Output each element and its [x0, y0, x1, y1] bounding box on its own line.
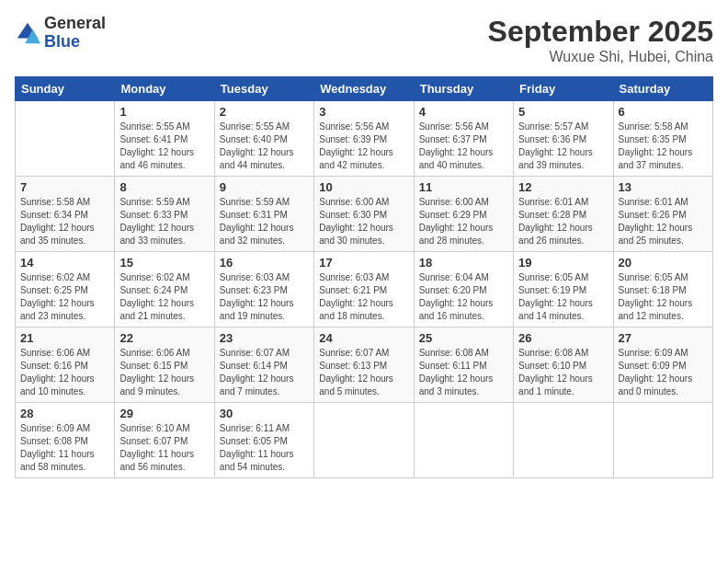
calendar-header-row: SundayMondayTuesdayWednesdayThursdayFrid… — [16, 77, 713, 101]
day-info: Sunrise: 6:09 AM Sunset: 6:08 PM Dayligh… — [20, 422, 109, 474]
day-info: Sunrise: 6:06 AM Sunset: 6:16 PM Dayligh… — [20, 347, 109, 398]
day-info: Sunrise: 6:08 AM Sunset: 6:10 PM Dayligh… — [518, 347, 608, 398]
day-info: Sunrise: 6:08 AM Sunset: 6:11 PM Dayligh… — [419, 347, 508, 398]
day-number: 13 — [619, 180, 708, 194]
calendar-cell: 26Sunrise: 6:08 AM Sunset: 6:10 PM Dayli… — [514, 327, 613, 403]
day-info: Sunrise: 6:11 AM Sunset: 6:05 PM Dayligh… — [220, 422, 309, 474]
month-title: September 2025 — [488, 15, 713, 49]
day-info: Sunrise: 5:58 AM Sunset: 6:34 PM Dayligh… — [20, 196, 109, 247]
day-number: 23 — [220, 331, 309, 345]
logo: General Blue — [15, 15, 106, 52]
day-number: 22 — [119, 331, 209, 345]
day-info: Sunrise: 6:00 AM Sunset: 6:30 PM Dayligh… — [319, 196, 408, 247]
day-number: 3 — [319, 105, 408, 119]
day-number: 25 — [419, 331, 508, 345]
location-subtitle: Wuxue Shi, Hubei, China — [488, 49, 713, 65]
calendar-table: SundayMondayTuesdayWednesdayThursdayFrid… — [15, 76, 713, 478]
calendar-cell: 21Sunrise: 6:06 AM Sunset: 6:16 PM Dayli… — [16, 327, 115, 403]
day-info: Sunrise: 6:03 AM Sunset: 6:21 PM Dayligh… — [319, 271, 408, 323]
calendar-cell: 16Sunrise: 6:03 AM Sunset: 6:23 PM Dayli… — [214, 252, 313, 327]
calendar-cell: 30Sunrise: 6:11 AM Sunset: 6:05 PM Dayli… — [214, 403, 313, 478]
day-info: Sunrise: 5:55 AM Sunset: 6:40 PM Dayligh… — [220, 121, 309, 172]
day-number: 17 — [319, 256, 408, 270]
calendar-cell — [514, 403, 613, 478]
day-number: 9 — [220, 180, 309, 194]
day-info: Sunrise: 6:09 AM Sunset: 6:09 PM Dayligh… — [619, 347, 708, 398]
day-number: 5 — [518, 105, 608, 119]
calendar-cell: 14Sunrise: 6:02 AM Sunset: 6:25 PM Dayli… — [16, 252, 115, 327]
calendar-cell: 9Sunrise: 5:59 AM Sunset: 6:31 PM Daylig… — [214, 177, 313, 252]
day-number: 11 — [419, 180, 508, 194]
day-info: Sunrise: 6:04 AM Sunset: 6:20 PM Dayligh… — [419, 271, 508, 323]
logo-general-text: General — [44, 15, 106, 33]
day-number: 8 — [119, 180, 209, 194]
day-number: 20 — [619, 256, 708, 270]
day-number: 6 — [619, 105, 708, 119]
day-info: Sunrise: 6:05 AM Sunset: 6:18 PM Dayligh… — [619, 271, 708, 323]
calendar-cell: 7Sunrise: 5:58 AM Sunset: 6:34 PM Daylig… — [16, 177, 115, 252]
weekday-header-saturday: Saturday — [613, 77, 712, 101]
day-number: 24 — [319, 331, 408, 345]
day-info: Sunrise: 6:10 AM Sunset: 6:07 PM Dayligh… — [119, 422, 209, 474]
weekday-header-tuesday: Tuesday — [214, 77, 313, 101]
day-number: 27 — [619, 331, 708, 345]
day-info: Sunrise: 6:03 AM Sunset: 6:23 PM Dayligh… — [220, 271, 309, 323]
calendar-cell: 2Sunrise: 5:55 AM Sunset: 6:40 PM Daylig… — [214, 101, 313, 177]
day-number: 12 — [518, 180, 608, 194]
calendar-cell: 15Sunrise: 6:02 AM Sunset: 6:24 PM Dayli… — [115, 252, 214, 327]
calendar-cell: 22Sunrise: 6:06 AM Sunset: 6:15 PM Dayli… — [115, 327, 214, 403]
day-info: Sunrise: 5:55 AM Sunset: 6:41 PM Dayligh… — [119, 121, 209, 172]
calendar-cell: 10Sunrise: 6:00 AM Sunset: 6:30 PM Dayli… — [314, 177, 414, 252]
calendar-cell — [613, 403, 712, 478]
day-number: 15 — [119, 256, 209, 270]
calendar-cell: 25Sunrise: 6:08 AM Sunset: 6:11 PM Dayli… — [414, 327, 513, 403]
calendar-cell: 8Sunrise: 5:59 AM Sunset: 6:33 PM Daylig… — [115, 177, 214, 252]
day-info: Sunrise: 6:02 AM Sunset: 6:24 PM Dayligh… — [119, 271, 209, 323]
day-info: Sunrise: 6:00 AM Sunset: 6:29 PM Dayligh… — [419, 196, 508, 247]
weekday-header-sunday: Sunday — [16, 77, 115, 101]
calendar-cell: 5Sunrise: 5:57 AM Sunset: 6:36 PM Daylig… — [514, 101, 613, 177]
calendar-cell: 4Sunrise: 5:56 AM Sunset: 6:37 PM Daylig… — [414, 101, 513, 177]
calendar-cell: 12Sunrise: 6:01 AM Sunset: 6:28 PM Dayli… — [514, 177, 613, 252]
calendar-cell: 23Sunrise: 6:07 AM Sunset: 6:14 PM Dayli… — [214, 327, 313, 403]
day-number: 29 — [119, 407, 209, 420]
day-info: Sunrise: 6:07 AM Sunset: 6:13 PM Dayligh… — [319, 347, 408, 398]
day-number: 30 — [220, 407, 309, 420]
calendar-week-row: 21Sunrise: 6:06 AM Sunset: 6:16 PM Dayli… — [16, 327, 713, 403]
day-number: 2 — [220, 105, 309, 119]
day-number: 19 — [518, 256, 608, 270]
day-info: Sunrise: 6:01 AM Sunset: 6:26 PM Dayligh… — [619, 196, 708, 247]
calendar-cell: 13Sunrise: 6:01 AM Sunset: 6:26 PM Dayli… — [613, 177, 712, 252]
day-info: Sunrise: 5:58 AM Sunset: 6:35 PM Dayligh… — [619, 121, 708, 172]
day-info: Sunrise: 5:57 AM Sunset: 6:36 PM Dayligh… — [518, 121, 608, 172]
calendar-cell: 27Sunrise: 6:09 AM Sunset: 6:09 PM Dayli… — [613, 327, 712, 403]
calendar-cell — [314, 403, 414, 478]
calendar-cell — [16, 101, 115, 177]
calendar-cell: 11Sunrise: 6:00 AM Sunset: 6:29 PM Dayli… — [414, 177, 513, 252]
day-number: 16 — [220, 256, 309, 270]
calendar-cell: 20Sunrise: 6:05 AM Sunset: 6:18 PM Dayli… — [613, 252, 712, 327]
calendar-cell: 3Sunrise: 5:56 AM Sunset: 6:39 PM Daylig… — [314, 101, 414, 177]
calendar-cell — [414, 403, 513, 478]
weekday-header-wednesday: Wednesday — [314, 77, 414, 101]
day-number: 1 — [119, 105, 209, 119]
title-block: September 2025 Wuxue Shi, Hubei, China — [488, 15, 713, 65]
day-info: Sunrise: 6:01 AM Sunset: 6:28 PM Dayligh… — [518, 196, 608, 247]
weekday-header-friday: Friday — [514, 77, 613, 101]
calendar-week-row: 28Sunrise: 6:09 AM Sunset: 6:08 PM Dayli… — [16, 403, 713, 478]
calendar-cell: 29Sunrise: 6:10 AM Sunset: 6:07 PM Dayli… — [115, 403, 214, 478]
day-info: Sunrise: 5:56 AM Sunset: 6:37 PM Dayligh… — [419, 121, 508, 172]
calendar-cell: 18Sunrise: 6:04 AM Sunset: 6:20 PM Dayli… — [414, 252, 513, 327]
calendar-week-row: 7Sunrise: 5:58 AM Sunset: 6:34 PM Daylig… — [16, 177, 713, 252]
calendar-week-row: 1Sunrise: 5:55 AM Sunset: 6:41 PM Daylig… — [16, 101, 713, 177]
day-number: 14 — [20, 256, 109, 270]
day-number: 10 — [319, 180, 408, 194]
day-info: Sunrise: 6:02 AM Sunset: 6:25 PM Dayligh… — [20, 271, 109, 323]
day-info: Sunrise: 6:06 AM Sunset: 6:15 PM Dayligh… — [119, 347, 209, 398]
day-number: 18 — [419, 256, 508, 270]
day-number: 28 — [20, 407, 109, 420]
day-number: 7 — [20, 180, 109, 194]
day-info: Sunrise: 5:59 AM Sunset: 6:33 PM Dayligh… — [119, 196, 209, 247]
calendar-cell: 24Sunrise: 6:07 AM Sunset: 6:13 PM Dayli… — [314, 327, 414, 403]
logo-icon — [15, 20, 40, 46]
